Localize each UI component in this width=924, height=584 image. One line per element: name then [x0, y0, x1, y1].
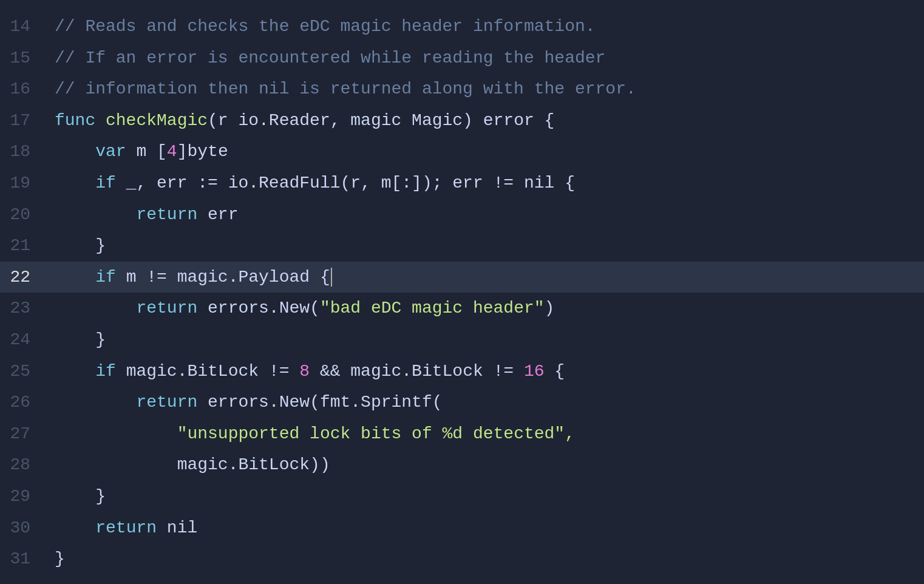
code-line: 21 } — [0, 230, 924, 262]
plain-token: && magic.BitLock != — [310, 362, 524, 381]
plain-token: magic.BitLock != — [116, 362, 299, 381]
plain-token: } — [95, 330, 106, 349]
line-content: // Reads and checks the eDC magic header… — [49, 12, 924, 41]
plain-token: (r io.Reader, magic Magic) error { — [208, 111, 554, 130]
code-line: 17func checkMagic(r io.Reader, magic Mag… — [0, 105, 924, 137]
keyword-token: func — [55, 111, 106, 130]
comment-token: // Reads and checks the eDC magic header… — [55, 17, 596, 36]
code-line: 24 } — [0, 324, 924, 356]
text-cursor — [331, 268, 332, 287]
function-name-token: checkMagic — [106, 111, 208, 130]
line-content: return err — [49, 200, 924, 229]
code-line: 16// information then nil is returned al… — [0, 73, 924, 105]
indent-token — [55, 518, 95, 537]
line-content: var m [4]byte — [49, 137, 924, 166]
line-number: 28 — [0, 450, 49, 480]
line-number: 23 — [0, 294, 49, 323]
line-content: } — [49, 325, 924, 355]
string-token: "unsupported lock bits of %d detected", — [177, 424, 575, 443]
indent-token — [55, 487, 95, 506]
code-line: 19 if _, err := io.ReadFull(r, m[:]); er… — [0, 168, 924, 199]
code-line: 27 "unsupported lock bits of %d detected… — [0, 418, 924, 450]
line-content: // If an error is encountered while read… — [49, 44, 924, 73]
keyword-token: if — [95, 268, 116, 287]
line-content: } — [49, 545, 924, 574]
indent-token — [55, 455, 177, 474]
line-number: 24 — [0, 325, 49, 355]
line-content: // information then nil is returned alon… — [49, 75, 924, 104]
line-number: 29 — [0, 482, 49, 511]
plain-token: err — [197, 205, 238, 224]
plain-token: } — [95, 487, 106, 506]
keyword-token: return — [136, 205, 197, 224]
plain-token: } — [95, 236, 106, 255]
line-number: 31 — [0, 545, 49, 574]
keyword-token: if — [95, 362, 116, 381]
plain-token: errors.New(fmt.Sprintf( — [197, 393, 442, 412]
code-line: 26 return errors.New(fmt.Sprintf( — [0, 387, 924, 418]
code-line: 29 } — [0, 481, 924, 512]
line-content: "unsupported lock bits of %d detected", — [49, 419, 924, 449]
plain-token: } — [55, 549, 65, 568]
line-content: return nil — [49, 514, 924, 543]
comment-token: // information then nil is returned alon… — [55, 80, 636, 98]
line-number: 22 — [0, 263, 49, 292]
line-number: 14 — [0, 12, 49, 41]
line-content: if magic.BitLock != 8 && magic.BitLock !… — [49, 357, 924, 386]
code-line: 23 return errors.New("bad eDC magic head… — [0, 293, 924, 324]
indent-token — [55, 205, 136, 224]
indent-token — [55, 174, 95, 192]
number-token: 8 — [299, 362, 310, 381]
line-number: 25 — [0, 357, 49, 386]
indent-token — [55, 424, 177, 443]
code-line: 31} — [0, 543, 924, 575]
number-token: 4 — [167, 142, 177, 161]
code-line: 22 if m != magic.Payload { — [0, 262, 924, 293]
line-content: } — [49, 482, 924, 511]
line-content: } — [49, 231, 924, 260]
comment-token: // If an error is encountered while read… — [55, 49, 605, 67]
var-keyword-token: var — [95, 142, 126, 161]
string-token: "bad eDC magic header" — [320, 299, 545, 317]
indent-token — [55, 268, 95, 287]
plain-token: magic.BitLock)) — [177, 455, 330, 474]
indent-token — [55, 362, 95, 381]
line-content: return errors.New("bad eDC magic header"… — [49, 294, 924, 323]
line-number: 26 — [0, 388, 49, 417]
plain-token: errors.New( — [197, 299, 320, 317]
keyword-token: return — [95, 518, 157, 537]
keyword-token: return — [136, 393, 197, 412]
code-line: 25 if magic.BitLock != 8 && magic.BitLoc… — [0, 356, 924, 387]
indent-token — [55, 299, 136, 317]
plain-token: ) — [545, 299, 555, 317]
code-editor: 14// Reads and checks the eDC magic head… — [0, 6, 924, 580]
code-line: 18 var m [4]byte — [0, 136, 924, 168]
keyword-token: if — [95, 174, 116, 192]
line-number: 19 — [0, 169, 49, 198]
keyword-token: return — [136, 299, 197, 317]
plain-token: m != magic.Payload { — [116, 268, 330, 287]
line-number: 15 — [0, 44, 49, 73]
code-line: 20 return err — [0, 199, 924, 231]
line-content: magic.BitLock)) — [49, 450, 924, 480]
plain-token: _, err := io.ReadFull(r, m[:]); err != n… — [116, 174, 575, 192]
plain-token: m [ — [126, 142, 167, 161]
code-line: 14// Reads and checks the eDC magic head… — [0, 11, 924, 42]
code-line: 30 return nil — [0, 512, 924, 544]
line-number: 30 — [0, 514, 49, 543]
indent-token — [55, 393, 136, 412]
line-content: if m != magic.Payload { — [49, 263, 924, 292]
indent-token — [55, 142, 95, 161]
line-number: 16 — [0, 75, 49, 104]
number-token: 16 — [524, 362, 545, 381]
indent-token — [55, 236, 95, 255]
line-number: 21 — [0, 231, 49, 260]
line-number: 27 — [0, 419, 49, 449]
plain-token: { — [545, 362, 565, 381]
line-number: 17 — [0, 106, 49, 135]
line-number: 20 — [0, 200, 49, 229]
indent-token — [55, 330, 95, 349]
code-line: 15// If an error is encountered while re… — [0, 42, 924, 74]
line-number: 18 — [0, 137, 49, 166]
plain-token: nil — [157, 518, 197, 537]
